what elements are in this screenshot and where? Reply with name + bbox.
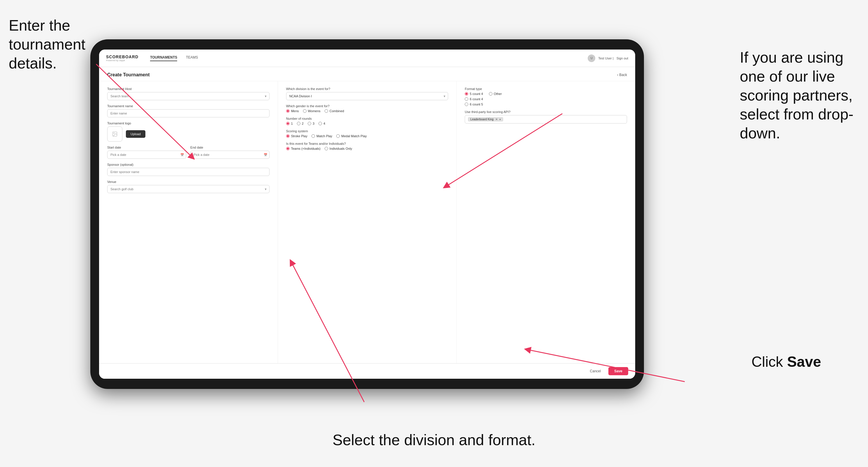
- format-radios-left: 5 count 4 6 count 4 6 count 5: [465, 92, 483, 106]
- user-name: Test User |: [598, 57, 613, 60]
- end-date-input[interactable]: [190, 151, 269, 159]
- tournament-name-label: Tournament name: [107, 104, 270, 108]
- navbar-links: TOURNAMENTS TEAMS: [150, 55, 588, 61]
- gender-womens-radio[interactable]: [303, 109, 307, 113]
- rounds-4-option[interactable]: 4: [318, 122, 325, 125]
- format-6count4-option[interactable]: 6 count 4: [465, 97, 483, 101]
- tournament-host-input[interactable]: [107, 92, 270, 100]
- gender-radio-group: Mens Womens Combined: [286, 109, 448, 113]
- date-row: Start date 📅 End date 📅: [107, 146, 270, 159]
- division-group: Which division is the event for? NCAA Di…: [286, 87, 448, 100]
- teams-label: Is this event for Teams and/or Individua…: [286, 142, 448, 145]
- format-other-option[interactable]: Other: [489, 92, 502, 96]
- live-scoring-remove-icon[interactable]: ✕: [495, 118, 498, 121]
- cancel-button[interactable]: Cancel: [585, 367, 606, 375]
- venue-label: Venue: [107, 180, 270, 184]
- scoring-group: Scoring system Stroke Play Match Play Me…: [286, 129, 448, 138]
- form-col-middle: Which division is the event for? NCAA Di…: [278, 81, 457, 363]
- signout-link[interactable]: Sign out: [617, 57, 628, 60]
- save-button[interactable]: Save: [609, 367, 628, 375]
- start-date-calendar-icon: 📅: [180, 153, 184, 156]
- gender-mens-label: Mens: [291, 109, 299, 113]
- gender-combined-option[interactable]: Combined: [324, 109, 344, 113]
- division-label: Which division is the event for?: [286, 87, 448, 91]
- tournament-name-group: Tournament name: [107, 104, 270, 117]
- gender-mens-option[interactable]: Mens: [286, 109, 299, 113]
- nav-tournaments[interactable]: TOURNAMENTS: [150, 55, 177, 61]
- gender-womens-option[interactable]: Womens: [303, 109, 320, 113]
- end-date-input-wrapper: 📅: [190, 151, 269, 159]
- scoring-stroke-label: Stroke Play: [291, 134, 307, 138]
- rounds-2-label: 2: [302, 122, 304, 125]
- bottomright-bold: Save: [787, 354, 821, 370]
- start-date-label: Start date: [107, 146, 186, 149]
- end-date-calendar-icon: 📅: [264, 153, 267, 156]
- format-options-container: 5 count 4 6 count 4 6 count 5: [465, 92, 627, 106]
- form-header: Create Tournament ‹ Back: [99, 67, 635, 81]
- format-6count4-radio[interactable]: [465, 97, 468, 101]
- format-5count4-label: 5 count 4: [470, 92, 483, 96]
- format-other-radio[interactable]: [489, 92, 492, 96]
- scoring-stroke-radio[interactable]: [286, 134, 290, 138]
- rounds-2-radio[interactable]: [297, 122, 301, 125]
- venue-chevron-icon: ▼: [264, 188, 267, 191]
- teams-individuals-option[interactable]: Individuals Only: [324, 147, 352, 150]
- teams-individuals-label: Individuals Only: [330, 147, 352, 150]
- sponsor-input[interactable]: [107, 168, 270, 176]
- gender-combined-radio[interactable]: [324, 109, 328, 113]
- form-col-right: Format type 5 count 4 6 count 4: [457, 81, 635, 363]
- rounds-3-radio[interactable]: [308, 122, 311, 125]
- teams-plus-radio[interactable]: [286, 147, 290, 150]
- end-date-group: End date 📅: [190, 146, 269, 159]
- teams-plus-option[interactable]: Teams (+Individuals): [286, 147, 320, 150]
- live-scoring-field[interactable]: Leaderboard King ✕ ▾: [465, 115, 627, 124]
- scoring-medal-radio[interactable]: [336, 134, 340, 138]
- form-col-left: Tournament Host ▼ Tournament name Tourna…: [99, 81, 278, 363]
- gender-womens-label: Womens: [308, 109, 320, 113]
- live-scoring-tag: Leaderboard King ✕ ▾: [468, 117, 503, 122]
- scoring-stroke-option[interactable]: Stroke Play: [286, 134, 307, 138]
- sponsor-label: Sponsor (optional): [107, 163, 270, 166]
- format-6count4-label: 6 count 4: [470, 97, 483, 101]
- logo-placeholder: [107, 126, 122, 142]
- rounds-3-option[interactable]: 3: [308, 122, 314, 125]
- back-link[interactable]: ‹ Back: [617, 73, 627, 77]
- gender-mens-radio[interactable]: [286, 109, 290, 113]
- format-5count4-option[interactable]: 5 count 4: [465, 92, 483, 96]
- start-date-input[interactable]: [107, 151, 186, 159]
- format-5count4-radio[interactable]: [465, 92, 468, 96]
- tournament-host-label: Tournament Host: [107, 87, 270, 91]
- rounds-1-radio[interactable]: [286, 122, 290, 125]
- live-scoring-label: Use third-party live scoring API?: [465, 110, 627, 114]
- tournament-host-input-wrapper: ▼: [107, 92, 270, 100]
- scoring-radio-group: Stroke Play Match Play Medal Match Play: [286, 134, 448, 138]
- rounds-radio-group: 1 2 3 4: [286, 122, 448, 125]
- end-date-label: End date: [190, 146, 269, 149]
- rounds-1-label: 1: [291, 122, 293, 125]
- rounds-1-option[interactable]: 1: [286, 122, 293, 125]
- scoring-match-radio[interactable]: [311, 134, 315, 138]
- live-scoring-caret-icon: ▾: [499, 118, 501, 121]
- rounds-4-radio[interactable]: [318, 122, 322, 125]
- navbar-brand: SCOREBOARD Powered by clippit: [106, 55, 138, 62]
- scoring-medal-option[interactable]: Medal Match Play: [336, 134, 367, 138]
- host-chevron-icon: ▼: [264, 95, 267, 98]
- division-select[interactable]: NCAA Division I NCAA Division II NCAA Di…: [286, 92, 448, 100]
- teams-individuals-radio[interactable]: [324, 147, 328, 150]
- form-footer: Cancel Save: [99, 363, 635, 379]
- logo-area: Upload: [107, 126, 270, 142]
- navbar-user: U Test User | Sign out: [588, 55, 628, 62]
- format-6count5-radio[interactable]: [465, 102, 468, 106]
- tournament-host-group: Tournament Host ▼: [107, 87, 270, 100]
- tournament-name-input[interactable]: [107, 109, 270, 117]
- nav-teams[interactable]: TEAMS: [186, 55, 198, 61]
- rounds-2-option[interactable]: 2: [297, 122, 304, 125]
- upload-button[interactable]: Upload: [126, 130, 145, 138]
- format-6count5-option[interactable]: 6 count 5: [465, 102, 483, 106]
- venue-input[interactable]: [107, 185, 270, 193]
- format-6count5-label: 6 count 5: [470, 102, 483, 106]
- scoring-match-option[interactable]: Match Play: [311, 134, 332, 138]
- brand-sub: Powered by clippit: [106, 59, 138, 62]
- main-content: Create Tournament ‹ Back Tournament Host…: [99, 67, 635, 379]
- scoring-medal-label: Medal Match Play: [341, 134, 367, 138]
